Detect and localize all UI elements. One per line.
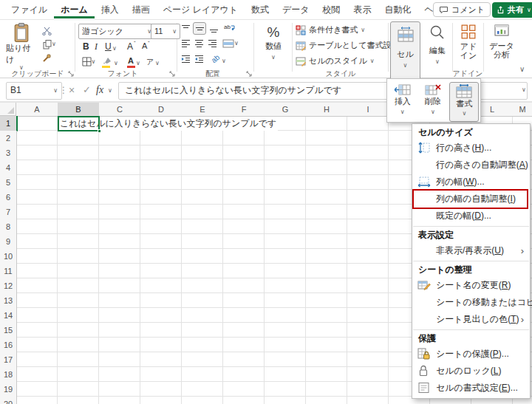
phonetic-guide-button[interactable]: ア	[146, 57, 154, 67]
editing-button[interactable]: 編集 ∨	[424, 24, 451, 65]
column-header-b[interactable]: B	[58, 103, 100, 117]
cut-button[interactable]	[40, 26, 53, 36]
column-header-m[interactable]: M	[513, 103, 532, 117]
decrease-indent-button[interactable]	[181, 55, 191, 64]
formula-bar-expand-chevron-icon[interactable]: ∨	[522, 87, 526, 93]
chevron-down-icon[interactable]: ∨	[222, 58, 226, 64]
tab-review[interactable]: 校閲	[316, 1, 347, 18]
row-header-9[interactable]: 9	[0, 234, 17, 250]
shrink-font-button[interactable]: A	[142, 41, 147, 50]
row-header-1[interactable]: 1	[0, 116, 18, 131]
active-cell-b1[interactable]	[58, 116, 100, 131]
font-dialog-launcher-icon[interactable]	[169, 69, 175, 79]
row-header-7[interactable]: 7	[0, 205, 17, 220]
cells-button[interactable]: セル ∨	[390, 21, 420, 82]
align-center-button[interactable]	[194, 39, 204, 48]
tab-view[interactable]: 表示	[347, 1, 378, 18]
italic-button[interactable]: I	[95, 41, 98, 52]
share-button[interactable]: 共有 ∨	[492, 2, 532, 18]
column-header-h[interactable]: H	[306, 103, 348, 117]
menu-item-hide-unhide[interactable]: 非表示/再表示(U) ›	[412, 242, 530, 259]
middle-align-button[interactable]	[193, 22, 206, 35]
orientation-button[interactable]: ab	[210, 53, 222, 65]
row-header-13[interactable]: 13	[0, 293, 17, 309]
font-size-combobox[interactable]: 11 ∨	[151, 24, 180, 39]
conditional-formatting-button[interactable]: 条件付き書式 ∨	[296, 24, 365, 35]
font-name-combobox[interactable]: 游ゴシック ∨	[78, 24, 155, 39]
bold-button[interactable]: B	[83, 41, 89, 52]
row-header-14[interactable]: 14	[0, 308, 17, 323]
tab-home[interactable]: ホーム	[54, 1, 95, 18]
insert-function-button[interactable]: fx	[96, 84, 103, 96]
fill-handle[interactable]	[98, 129, 101, 133]
underline-button[interactable]: U	[105, 41, 112, 52]
format-painter-button[interactable]	[40, 52, 53, 63]
menu-item-row-height[interactable]: 行の高さ(H)...	[412, 140, 530, 157]
delete-button[interactable]: 削除 ∨	[419, 82, 447, 122]
menu-item-default-width[interactable]: 既定の幅(D)...	[412, 208, 530, 225]
row-header-12[interactable]: 12	[0, 278, 17, 294]
tab-data[interactable]: データ	[276, 1, 316, 18]
copy-button[interactable]: ∨	[38, 39, 61, 49]
comments-button[interactable]: コメント	[433, 2, 491, 17]
paste-button[interactable]: 貼り付け ∨	[6, 23, 37, 71]
select-all-corner[interactable]	[0, 103, 16, 116]
row-header-8[interactable]: 8	[0, 219, 17, 235]
column-header-c[interactable]: C	[99, 103, 141, 117]
enter-icon[interactable]: ✓	[83, 84, 91, 95]
row-header-18[interactable]: 18	[0, 367, 17, 383]
tab-draw[interactable]: 描画	[126, 1, 157, 18]
chevron-down-icon[interactable]: ∨	[112, 46, 117, 52]
bottom-align-button[interactable]	[209, 24, 219, 33]
data-analysis-button[interactable]: データ分析	[488, 24, 516, 59]
menu-item-tab-color[interactable]: シート見出しの色(T) ›	[412, 311, 530, 328]
chevron-down-icon[interactable]: ∨	[108, 88, 112, 94]
menu-item-autofit-column-width[interactable]: 列の幅の自動調整(I)	[412, 191, 530, 208]
menu-item-move-copy-sheet[interactable]: シートの移動またはコピー(M)...	[412, 294, 530, 311]
alignment-dialog-launcher-icon[interactable]	[246, 69, 252, 79]
align-left-button[interactable]	[181, 39, 191, 48]
ribbon-collapse-chevron-icon[interactable]: ∨	[519, 66, 525, 73]
cell-styles-button[interactable]: セルのスタイル ∨	[296, 55, 375, 66]
row-header-19[interactable]: 19	[0, 382, 17, 397]
row-header-5[interactable]: 5	[0, 175, 17, 191]
clipboard-dialog-launcher-icon[interactable]	[68, 69, 74, 79]
column-header-g[interactable]: G	[265, 103, 307, 117]
menu-item-lock-cell[interactable]: セルのロック(L)	[412, 363, 530, 380]
row-header-17[interactable]: 17	[0, 352, 17, 368]
menu-item-format-cells[interactable]: セルの書式設定(E)...	[412, 380, 530, 397]
top-align-button[interactable]	[181, 24, 191, 33]
row-header-11[interactable]: 11	[0, 264, 17, 279]
tab-formulas[interactable]: 数式	[245, 1, 276, 18]
addins-button[interactable]: アドイン	[457, 24, 480, 60]
cancel-icon[interactable]: ×	[69, 84, 75, 96]
column-header-f[interactable]: F	[223, 103, 265, 117]
increase-indent-button[interactable]	[194, 55, 204, 64]
name-box[interactable]: B1 ∨	[6, 82, 62, 100]
tab-insert[interactable]: 挿入	[95, 1, 126, 18]
insert-button[interactable]: 挿入 ∨	[389, 82, 417, 122]
column-header-d[interactable]: D	[140, 103, 183, 117]
wrap-text-button[interactable]: ab	[224, 23, 236, 32]
align-right-button[interactable]	[208, 39, 217, 48]
format-button[interactable]: 書式 ∨	[449, 82, 479, 122]
tab-page-layout[interactable]: ページ レイアウト	[157, 1, 245, 18]
tab-file[interactable]: ファイル	[4, 1, 54, 18]
row-header-6[interactable]: 6	[0, 190, 17, 205]
menu-item-autofit-row-height[interactable]: 行の高さの自動調整(A)	[412, 157, 530, 174]
row-header-20[interactable]: 20	[0, 397, 17, 404]
menu-item-rename-sheet[interactable]: シート名の変更(R)	[412, 277, 530, 294]
menu-item-protect-sheet[interactable]: シートの保護(P)...	[412, 346, 530, 363]
merge-center-button[interactable]: ∨	[222, 39, 239, 48]
row-header-10[interactable]: 10	[0, 249, 17, 264]
borders-button[interactable]: ∨	[80, 57, 98, 66]
chevron-down-icon[interactable]: ∨	[136, 61, 140, 66]
row-header-2[interactable]: 2	[0, 131, 17, 146]
chevron-down-icon[interactable]: ∨	[155, 61, 160, 66]
row-header-16[interactable]: 16	[0, 338, 17, 353]
row-header-3[interactable]: 3	[0, 145, 17, 161]
number-format-button[interactable]: % 数値 ∨	[259, 24, 288, 61]
column-header-e[interactable]: E	[182, 103, 224, 117]
chevron-down-icon[interactable]: ∨	[114, 61, 118, 66]
column-header-i[interactable]: I	[347, 103, 389, 117]
